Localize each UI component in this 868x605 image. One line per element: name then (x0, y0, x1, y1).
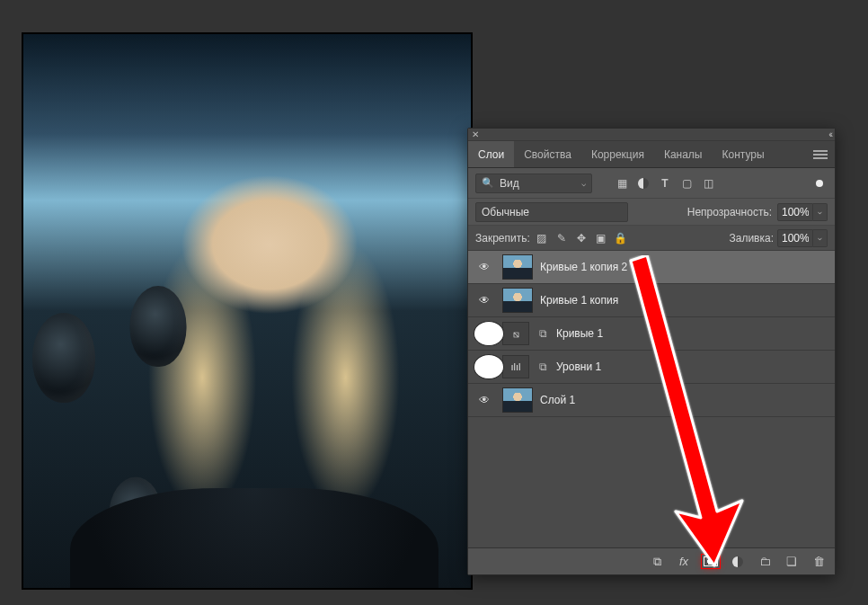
opacity-field[interactable] (777, 203, 813, 221)
filter-type-icon[interactable]: T (657, 175, 673, 191)
layer-row[interactable]: 👁 ılıl ⧉ Уровни 1 (468, 351, 835, 384)
lock-transparent-icon[interactable]: ▨ (534, 230, 550, 246)
mask-link-icon[interactable]: ⧉ (536, 327, 549, 340)
panel-titlebar[interactable]: ✕ ‹‹ (468, 129, 835, 141)
layer-row[interactable]: 👁 Кривые 1 копия 2 (468, 251, 835, 284)
chevron-down-icon: ⌵ (581, 179, 586, 188)
lock-artboard-icon[interactable]: ▣ (593, 230, 609, 246)
fill-input[interactable]: ⌵ (777, 229, 828, 247)
link-layers-icon[interactable]: ⧉ (650, 555, 664, 569)
layers-list: 👁 Кривые 1 копия 2 👁 Кривые 1 копия 👁 ⧅ … (468, 251, 835, 547)
layer-row[interactable]: 👁 Слой 1 (468, 384, 835, 417)
panel-menu-icon[interactable] (813, 150, 828, 159)
layer-name[interactable]: Кривые 1 (556, 327, 603, 340)
lock-pixels-icon[interactable]: ✎ (554, 230, 570, 246)
add-mask-icon[interactable] (704, 555, 718, 569)
adjustment-levels-icon[interactable]: ılıl (502, 355, 529, 378)
lock-row: Закрепить: ▨ ✎ ✥ ▣ 🔒 Заливка: ⌵ (468, 226, 835, 251)
layer-row[interactable]: 👁 ⧅ ⧉ Кривые 1 (468, 317, 835, 351)
fx-icon[interactable]: fx (677, 555, 691, 569)
tab-layers[interactable]: Слои (468, 141, 514, 167)
visibility-icon[interactable]: 👁 (474, 261, 495, 273)
filter-shape-icon[interactable]: ▢ (678, 175, 695, 191)
image-detail (130, 286, 187, 367)
blend-mode-select[interactable]: Обычные (475, 202, 628, 222)
fill-field[interactable] (777, 229, 813, 247)
layer-name[interactable]: Кривые 1 копия (540, 294, 618, 307)
layers-panel: ✕ ‹‹ Слои Свойства Коррекция Каналы Конт… (467, 128, 836, 575)
visibility-icon[interactable]: 👁 (474, 394, 495, 406)
close-icon[interactable]: ✕ (472, 129, 479, 139)
collapse-icon[interactable]: ‹‹ (828, 129, 831, 139)
filter-row: 🔍 Вид ⌵ ▦ T ▢ ◫ (468, 168, 835, 199)
new-layer-icon[interactable]: ❏ (784, 555, 799, 569)
layer-filter-select[interactable]: 🔍 Вид ⌵ (475, 173, 592, 193)
lock-label: Закрепить: (475, 232, 530, 245)
tab-channels[interactable]: Каналы (654, 141, 713, 167)
search-icon: 🔍 (482, 177, 494, 189)
layer-name[interactable]: Уровни 1 (556, 360, 601, 373)
layer-mask-thumbnail[interactable] (474, 354, 504, 379)
opacity-stepper[interactable]: ⌵ (813, 203, 828, 221)
new-adjustment-icon[interactable] (731, 555, 745, 569)
filter-label: Вид (500, 177, 519, 190)
blend-opacity-row: Обычные Непрозрачность: ⌵ (468, 199, 835, 226)
layer-mask-thumbnail[interactable] (474, 321, 504, 346)
adjustment-curves-icon[interactable]: ⧅ (502, 322, 529, 345)
image-detail (70, 488, 438, 588)
lock-all-icon[interactable]: 🔒 (613, 230, 629, 246)
document-canvas[interactable] (22, 32, 473, 590)
fill-label: Заливка: (729, 232, 774, 245)
opacity-input[interactable]: ⌵ (777, 203, 828, 221)
lock-position-icon[interactable]: ✥ (573, 230, 589, 246)
canvas-image (23, 34, 471, 588)
panel-tabs: Слои Свойства Коррекция Каналы Контуры (468, 141, 835, 168)
layer-thumbnail[interactable] (502, 288, 533, 313)
layer-thumbnail[interactable] (502, 254, 533, 280)
filter-pixel-icon[interactable]: ▦ (614, 175, 630, 191)
fill-stepper[interactable]: ⌵ (813, 229, 828, 247)
layer-name[interactable]: Кривые 1 копия 2 (540, 261, 627, 273)
filter-smart-icon[interactable]: ◫ (700, 175, 716, 191)
image-detail (32, 313, 95, 403)
filter-toggle[interactable] (811, 175, 828, 191)
tab-adjustments[interactable]: Коррекция (581, 141, 654, 167)
tab-properties[interactable]: Свойства (514, 141, 581, 167)
tab-paths[interactable]: Контуры (713, 141, 775, 167)
layer-name[interactable]: Слой 1 (540, 394, 575, 406)
mask-link-icon[interactable]: ⧉ (536, 360, 549, 373)
visibility-icon[interactable]: 👁 (474, 294, 495, 307)
opacity-label: Непрозрачность: (687, 206, 772, 218)
layer-row[interactable]: 👁 Кривые 1 копия (468, 284, 835, 317)
layer-thumbnail[interactable] (502, 387, 533, 413)
filter-adjust-icon[interactable] (635, 175, 651, 191)
new-group-icon[interactable]: 🗀 (757, 555, 772, 569)
layers-bottom-toolbar: ⧉ fx 🗀 ❏ 🗑 (468, 547, 835, 574)
delete-layer-icon[interactable]: 🗑 (811, 555, 826, 569)
